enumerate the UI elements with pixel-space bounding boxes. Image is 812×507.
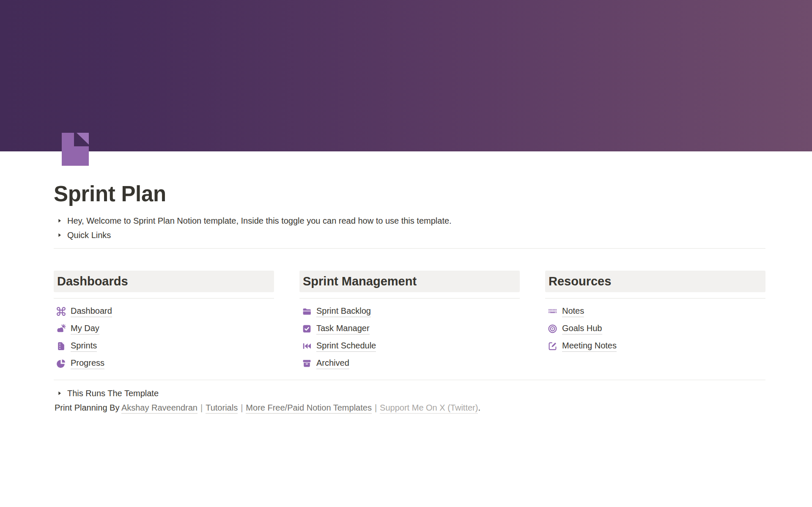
list-item[interactable]: Sprints bbox=[54, 337, 274, 355]
toggle-runs-template-label: This Runs The Template bbox=[67, 389, 159, 398]
footer-link[interactable]: Tutorials bbox=[206, 403, 238, 414]
link-list: DashboardMy DaySprintsProgress bbox=[54, 303, 274, 372]
pie-chart-icon bbox=[56, 358, 66, 369]
separator: | bbox=[238, 403, 246, 412]
separator: | bbox=[198, 403, 206, 412]
list-item[interactable]: Task Manager bbox=[299, 320, 520, 337]
list-item[interactable]: Goals Hub bbox=[545, 320, 765, 337]
page-title: Sprint Plan bbox=[54, 181, 765, 207]
archive-icon bbox=[302, 358, 312, 369]
credits-prefix: Print Planning By bbox=[55, 403, 119, 412]
credits-suffix: . bbox=[478, 403, 480, 412]
target-icon bbox=[547, 323, 558, 334]
toggle-welcome[interactable]: Hey, Welcome to Sprint Plan Notion templ… bbox=[54, 214, 765, 228]
credits-line: Print Planning By Akshay Raveendran|Tuto… bbox=[54, 403, 765, 413]
page-link[interactable]: Dashboard bbox=[71, 306, 112, 317]
checkbox-icon bbox=[302, 323, 312, 334]
page-link[interactable]: Sprint Schedule bbox=[316, 341, 376, 352]
page-link[interactable]: Meeting Notes bbox=[562, 341, 617, 352]
sun-cloud-icon bbox=[56, 323, 66, 334]
footer-links: Akshay Raveendran|Tutorials|More Free/Pa… bbox=[121, 403, 480, 414]
toggle-welcome-label: Hey, Welcome to Sprint Plan Notion templ… bbox=[67, 216, 452, 226]
toggle-triangle-icon[interactable] bbox=[55, 388, 65, 398]
page-link[interactable]: Notes bbox=[562, 306, 584, 317]
page-link[interactable]: My Day bbox=[71, 323, 99, 334]
list-item[interactable]: Sprint Schedule bbox=[299, 337, 520, 355]
list-item[interactable]: Progress bbox=[54, 355, 274, 372]
list-item[interactable]: Meeting Notes bbox=[545, 337, 765, 355]
toggle-blocks: Hey, Welcome to Sprint Plan Notion templ… bbox=[54, 214, 765, 242]
list-item[interactable]: Notes bbox=[545, 303, 765, 320]
column-header: Dashboards bbox=[54, 271, 274, 292]
page-link[interactable]: Progress bbox=[71, 358, 104, 369]
footer-link[interactable]: Support Me On X (Twitter) bbox=[380, 403, 478, 414]
column-sprint-management: Sprint ManagementSprint BacklogTask Mana… bbox=[299, 271, 520, 372]
footer-link[interactable]: Akshay Raveendran bbox=[121, 403, 198, 414]
divider bbox=[299, 298, 520, 299]
separator: | bbox=[372, 403, 380, 412]
column-resources: ResourcesNotesGoals HubMeeting Notes bbox=[545, 271, 765, 372]
toggle-runs-template[interactable]: This Runs The Template bbox=[54, 386, 765, 400]
folder-icon bbox=[302, 306, 312, 317]
list-item[interactable]: My Day bbox=[54, 320, 274, 337]
command-icon bbox=[56, 306, 66, 317]
link-list: NotesGoals HubMeeting Notes bbox=[545, 303, 765, 355]
page-link[interactable]: Archived bbox=[316, 358, 349, 369]
page-link[interactable]: Sprints bbox=[71, 341, 97, 352]
compose-icon bbox=[547, 341, 558, 351]
page-body: Sprint Plan Hey, Welcome to Sprint Plan … bbox=[0, 151, 812, 413]
link-list: Sprint BacklogTask ManagerSprint Schedul… bbox=[299, 303, 520, 372]
column-dashboards: DashboardsDashboardMy DaySprintsProgress bbox=[54, 271, 274, 372]
toggle-triangle-icon[interactable] bbox=[55, 216, 65, 226]
columns-row: DashboardsDashboardMy DaySprintsProgress… bbox=[54, 271, 765, 372]
toggle-quick-links-label: Quick Links bbox=[67, 230, 111, 240]
divider bbox=[54, 298, 274, 299]
toggle-quick-links[interactable]: Quick Links bbox=[54, 228, 765, 242]
page-link[interactable]: Task Manager bbox=[316, 323, 370, 334]
rewind-icon bbox=[302, 341, 312, 351]
list-item[interactable]: Sprint Backlog bbox=[299, 303, 520, 320]
list-item[interactable]: Archived bbox=[299, 355, 520, 372]
list-item[interactable]: Dashboard bbox=[54, 303, 274, 320]
divider bbox=[545, 298, 765, 299]
toggle-triangle-icon[interactable] bbox=[55, 230, 65, 240]
column-header: Resources bbox=[545, 271, 765, 292]
divider bbox=[54, 248, 765, 249]
page-link[interactable]: Sprint Backlog bbox=[316, 306, 371, 317]
keyboard-icon bbox=[547, 306, 558, 317]
journal-icon bbox=[56, 341, 66, 351]
cover-image bbox=[0, 0, 812, 151]
page-link[interactable]: Goals Hub bbox=[562, 323, 602, 334]
divider bbox=[54, 380, 765, 380]
footer-link[interactable]: More Free/Paid Notion Templates bbox=[246, 403, 372, 414]
column-header: Sprint Management bbox=[299, 271, 520, 292]
